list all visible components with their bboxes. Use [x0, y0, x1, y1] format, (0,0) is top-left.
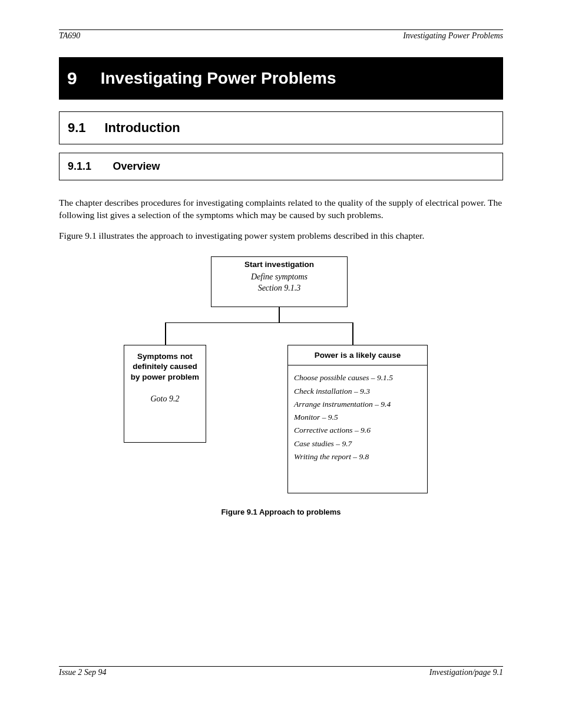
footer-left: Issue 2 Sep 94	[59, 668, 107, 677]
footer-rule	[59, 666, 503, 667]
body-text: The chapter describes procedures for inv…	[59, 197, 503, 242]
header-right: Investigating Power Problems	[403, 31, 503, 41]
section-label: Introduction	[104, 120, 180, 135]
paragraph: The chapter describes procedures for inv…	[59, 197, 503, 222]
figure-caption: Figure 9.1 Approach to problems	[59, 508, 503, 516]
page-footer: Issue 2 Sep 94 Investigation/page 9.1	[59, 666, 503, 677]
chapter-title-bar: 9 Investigating Power Problems	[59, 57, 503, 100]
connector-line	[165, 322, 353, 324]
header-rule	[59, 29, 503, 30]
chapter-number: 9	[67, 68, 77, 88]
diagram-box-body: Define symptoms Section 9.1.3	[211, 271, 347, 297]
diagram-box-root: Start investigation Define symptoms Sect…	[211, 256, 348, 307]
diagram-list-item: Writing the report – 9.8	[294, 450, 421, 463]
chapter-title: Investigating Power Problems	[101, 69, 336, 88]
page-content: TA690 Investigating Power Problems 9 Inv…	[59, 29, 503, 510]
diagram-box-left: Symptoms not definitely caused by power …	[124, 345, 206, 443]
diagram-box-heading: Symptoms not definitely caused by power …	[124, 345, 206, 384]
subsection-heading-box: 9.1.1 Overview	[59, 153, 503, 180]
running-header: TA690 Investigating Power Problems	[59, 31, 503, 41]
section-number: 9.1	[68, 120, 102, 136]
connector-line	[279, 307, 280, 322]
diagram-box-heading: Power is a likely cause	[288, 345, 427, 366]
diagram-list-item: Case studies – 9.7	[294, 437, 421, 450]
subsection-label: Overview	[113, 160, 160, 172]
connector-line	[165, 322, 166, 345]
diagram-list-item: Corrective actions – 9.6	[294, 424, 421, 437]
figure-diagram: Start investigation Define symptoms Sect…	[59, 251, 503, 510]
subsection-number: 9.1.1	[68, 160, 110, 173]
diagram-list-item: Choose possible causes – 9.1.5	[294, 371, 421, 384]
diagram-list-item: Monitor – 9.5	[294, 411, 421, 424]
paragraph: Figure 9.1 illustrates the approach to i…	[59, 230, 503, 242]
diagram-box-body: Goto 9.2	[124, 383, 206, 408]
footer-right: Investigation/page 9.1	[429, 668, 503, 677]
diagram-list-item: Check installation – 9.3	[294, 385, 421, 398]
connector-line	[352, 322, 353, 345]
section-heading-box: 9.1 Introduction	[59, 111, 503, 144]
diagram-list-item: Arrange instrumentation – 9.4	[294, 398, 421, 411]
diagram-box-right: Power is a likely cause Choose possible …	[287, 345, 428, 493]
diagram-box-heading: Start investigation	[211, 257, 347, 271]
header-left: TA690	[59, 31, 80, 41]
